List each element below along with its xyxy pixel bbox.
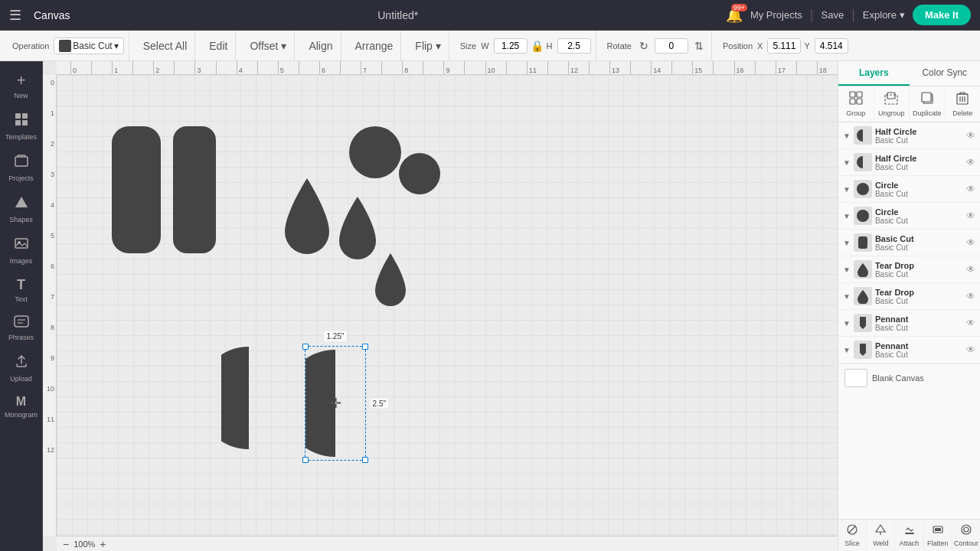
layer-header-half-circle-2[interactable]: ▼ Half Circle Basic Cut 👁 xyxy=(838,149,980,175)
edit-group: Edit xyxy=(201,31,236,60)
layer-header-circle-1[interactable]: ▼ Circle Basic Cut 👁 xyxy=(838,176,980,202)
sidebar-item-phrases[interactable]: Phrases xyxy=(3,311,40,346)
select-all-button[interactable]: Select All xyxy=(140,38,191,54)
handle-tl[interactable] xyxy=(302,344,309,350)
width-input[interactable] xyxy=(494,38,528,54)
height-input[interactable] xyxy=(557,38,591,54)
sidebar-label-shapes: Shapes xyxy=(9,216,33,223)
position-label: Position xyxy=(723,41,753,51)
sidebar-item-monogram[interactable]: M Monogram xyxy=(3,390,40,423)
align-button[interactable]: Align xyxy=(305,38,335,54)
sidebar-label-text: Text xyxy=(15,295,28,303)
weld-button[interactable]: Weld xyxy=(867,520,895,551)
bottom-bar: − 100% + xyxy=(57,536,838,551)
svg-rect-33 xyxy=(905,533,914,534)
panel-actions: Group Ungroup Duplicate Delete xyxy=(838,86,980,122)
canvas-area[interactable]: 0 1 2 3 4 5 6 7 8 xyxy=(43,61,838,551)
tab-color-sync[interactable]: Color Sync xyxy=(910,61,981,86)
layer-header-half-circle-1[interactable]: ▼ Half Circle Basic Cut 👁 xyxy=(838,122,980,148)
shape-teardrop-large[interactable] xyxy=(281,174,333,259)
shape-circle-large[interactable] xyxy=(348,125,403,180)
flatten-button[interactable]: Flatten xyxy=(924,520,952,551)
color-swatch xyxy=(59,40,71,52)
slice-button[interactable]: Slice xyxy=(838,520,867,551)
layer-thumb-circle-2 xyxy=(854,207,872,225)
sidebar-item-images[interactable]: Images xyxy=(3,231,40,269)
layer-header-tear-drop-1[interactable]: ▼ Tear Drop Basic Cut 👁 xyxy=(838,256,980,282)
visibility-toggle-8[interactable]: 👁 xyxy=(966,344,975,355)
group-button[interactable]: Group xyxy=(838,86,874,122)
layer-header-pennant-1[interactable]: ▼ Pennant Basic Cut 👁 xyxy=(838,310,980,336)
y-input[interactable] xyxy=(815,38,848,54)
sidebar-item-templates[interactable]: Templates xyxy=(3,107,40,145)
rotate-input[interactable] xyxy=(655,38,688,54)
canvas-surface[interactable]: ✛ 1.25" 2.5" xyxy=(57,75,838,536)
operation-label: Operation xyxy=(12,41,49,51)
svg-rect-0 xyxy=(15,113,21,119)
delete-button[interactable]: Delete xyxy=(946,86,981,122)
visibility-toggle-7[interactable]: 👁 xyxy=(966,318,975,328)
sidebar-label-images: Images xyxy=(10,257,33,265)
sidebar-item-text[interactable]: T Text xyxy=(3,272,40,308)
menu-icon[interactable]: ☰ xyxy=(9,7,21,24)
shape-rounded-rect-tall-1[interactable] xyxy=(110,125,162,255)
explore-button[interactable]: Explore ▾ xyxy=(863,9,905,21)
shape-rounded-rect-tall-2[interactable] xyxy=(172,125,217,255)
tab-layers[interactable]: Layers xyxy=(838,61,910,86)
handle-br[interactable] xyxy=(362,457,368,463)
visibility-toggle-5[interactable]: 👁 xyxy=(966,264,975,275)
layer-header-circle-2[interactable]: ▼ Circle Basic Cut 👁 xyxy=(838,203,980,229)
zoom-out-button[interactable]: − xyxy=(63,539,69,549)
duplicate-icon xyxy=(920,91,934,108)
ruler-top: 0 1 2 3 4 5 6 7 8 xyxy=(57,61,838,75)
x-input[interactable] xyxy=(767,38,801,54)
shape-half-circle-selected[interactable]: ✛ 1.25" 2.5" xyxy=(305,347,365,460)
operation-group: Operation Basic Cut ▾ xyxy=(8,31,129,60)
visibility-toggle-6[interactable]: 👁 xyxy=(966,291,975,302)
visibility-toggle-0[interactable]: 👁 xyxy=(966,130,975,141)
handle-tr[interactable] xyxy=(362,344,368,350)
svg-rect-8 xyxy=(15,316,28,327)
sidebar-item-upload[interactable]: Upload xyxy=(3,349,40,387)
arrange-button[interactable]: Arrange xyxy=(352,38,397,54)
visibility-toggle-4[interactable]: 👁 xyxy=(966,237,975,248)
flip-button[interactable]: Flip ▾ xyxy=(412,38,443,54)
layer-header-basic-cut[interactable]: ▼ Basic Cut Basic Cut 👁 xyxy=(838,230,980,256)
save-button[interactable]: Save xyxy=(822,9,844,21)
my-projects-button[interactable]: My Projects xyxy=(750,9,802,21)
duplicate-button[interactable]: Duplicate xyxy=(910,86,946,122)
shape-half-circle-left[interactable] xyxy=(221,343,276,454)
layer-thumb-basic-cut xyxy=(854,233,872,252)
attach-button[interactable]: Attach xyxy=(895,520,923,551)
visibility-toggle-3[interactable]: 👁 xyxy=(966,210,975,221)
delete-icon xyxy=(956,91,969,108)
make-it-button[interactable]: Make It xyxy=(913,5,971,25)
edit-button[interactable]: Edit xyxy=(206,38,230,54)
sidebar-item-projects[interactable]: Projects xyxy=(3,148,40,187)
layer-header-pennant-2[interactable]: ▼ Pennant Basic Cut 👁 xyxy=(838,337,980,363)
align-group: Align xyxy=(301,31,341,60)
ungroup-button[interactable]: Ungroup xyxy=(874,86,910,122)
group-icon xyxy=(849,91,863,108)
sidebar-item-shapes[interactable]: Shapes xyxy=(3,190,40,228)
layer-header-tear-drop-2[interactable]: ▼ Tear Drop Basic Cut 👁 xyxy=(838,283,980,309)
canvas-scroll[interactable]: ✛ 1.25" 2.5" xyxy=(57,75,838,536)
operation-dropdown[interactable]: Basic Cut ▾ xyxy=(54,37,123,54)
document-title: Untitled* xyxy=(77,9,717,21)
handle-bl[interactable] xyxy=(302,457,309,463)
layer-info-pennant-2: Pennant Basic Cut xyxy=(875,341,963,359)
blank-canvas-row: Blank Canvas xyxy=(838,364,980,392)
right-panel: Layers Color Sync Group Ungroup xyxy=(838,61,980,551)
zoom-in-button[interactable]: + xyxy=(100,539,106,549)
contour-button[interactable]: Contour xyxy=(952,520,980,551)
rotate-label: Rotate xyxy=(607,41,632,51)
offset-button[interactable]: Offset ▾ xyxy=(247,38,289,54)
shape-teardrop-small[interactable] xyxy=(373,251,408,309)
visibility-toggle-2[interactable]: 👁 xyxy=(966,184,975,194)
arrange-group: Arrange xyxy=(348,31,402,60)
sidebar-item-new[interactable]: + New xyxy=(3,67,40,104)
visibility-toggle-1[interactable]: 👁 xyxy=(966,157,975,168)
notifications-bell[interactable]: 🔔99+ xyxy=(726,7,743,24)
shape-circle-medium[interactable] xyxy=(397,152,442,196)
rotate-arrows-btn[interactable]: ⇅ xyxy=(691,38,707,54)
